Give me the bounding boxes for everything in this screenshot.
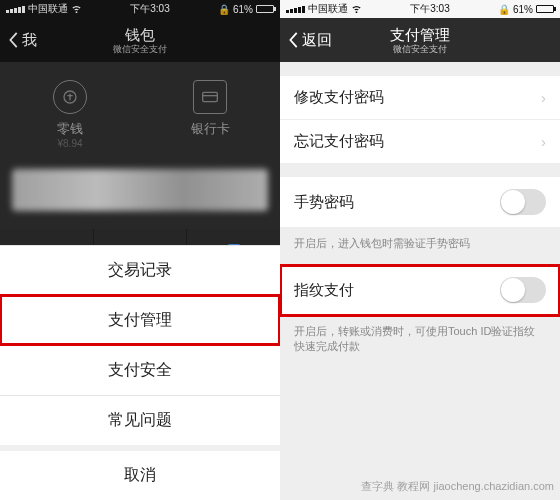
wallet-body: 零钱 ¥8.94 银行卡 bbox=[0, 62, 280, 229]
battery-pct: 61% bbox=[233, 4, 253, 15]
right-pane: 中国联通 下午3:03 🔒 61% 返回 支付管理 微信安全支付 修改支付密码›… bbox=[280, 0, 560, 500]
row-label: 手势密码 bbox=[294, 193, 354, 212]
page-title: 钱包 bbox=[113, 26, 167, 44]
row-wangji[interactable]: 忘记支付密码› bbox=[280, 120, 560, 163]
back-label: 返回 bbox=[302, 31, 332, 50]
balance-label: 零钱 bbox=[0, 120, 140, 138]
bankcard-label: 银行卡 bbox=[140, 120, 280, 138]
svg-rect-1 bbox=[203, 92, 218, 101]
navbar: 返回 支付管理 微信安全支付 bbox=[280, 18, 560, 62]
page-subtitle: 微信安全支付 bbox=[390, 44, 450, 55]
actionsheet-item-jiaoyijilu[interactable]: 交易记录 bbox=[0, 245, 280, 295]
balance-value: ¥8.94 bbox=[0, 138, 140, 149]
status-bar: 中国联通 下午3:03 🔒 61% bbox=[0, 0, 280, 18]
chevron-right-icon: › bbox=[541, 133, 546, 150]
row-fingerprint-pay[interactable]: 指纹支付 bbox=[280, 265, 560, 316]
row-label: 忘记支付密码 bbox=[294, 132, 384, 151]
battery-icon bbox=[536, 5, 554, 13]
row-label: 修改支付密码 bbox=[294, 88, 384, 107]
page-subtitle: 微信安全支付 bbox=[113, 44, 167, 55]
switch-gesture[interactable] bbox=[500, 189, 546, 215]
actionsheet-cancel[interactable]: 取消 bbox=[0, 451, 280, 500]
navbar: 我 钱包 微信安全支付 bbox=[0, 18, 280, 62]
blurred-banner bbox=[12, 169, 268, 211]
carrier-label: 中国联通 bbox=[28, 2, 68, 16]
back-label: 我 bbox=[22, 31, 37, 50]
clock: 下午3:03 bbox=[130, 2, 169, 16]
page-title: 支付管理 bbox=[390, 26, 450, 44]
row-hint: 开启后，转账或消费时，可使用Touch ID验证指纹快速完成付款 bbox=[280, 316, 560, 354]
actionsheet-item-zhifuanquan[interactable]: 支付安全 bbox=[0, 345, 280, 395]
watermark: 查字典 教程网 jiaocheng.chazidian.com bbox=[361, 479, 554, 494]
battery-icon bbox=[256, 5, 274, 13]
carrier-label: 中国联通 bbox=[308, 2, 348, 16]
back-button[interactable]: 我 bbox=[8, 31, 37, 50]
wifi-icon bbox=[351, 3, 362, 16]
signal-icon bbox=[6, 6, 25, 13]
coin-icon bbox=[53, 80, 87, 114]
battery-pct: 61% bbox=[513, 4, 533, 15]
balance-card[interactable]: 零钱 ¥8.94 bbox=[0, 80, 140, 149]
chevron-right-icon: › bbox=[541, 89, 546, 106]
row-gesture-password[interactable]: 手势密码 bbox=[280, 177, 560, 228]
signal-icon bbox=[286, 6, 305, 13]
card-icon bbox=[193, 80, 227, 114]
switch-fingerprint[interactable] bbox=[500, 277, 546, 303]
actionsheet-item-changjianwenti[interactable]: 常见问题 bbox=[0, 395, 280, 445]
row-xiugai[interactable]: 修改支付密码› bbox=[280, 76, 560, 120]
bankcard-card[interactable]: 银行卡 bbox=[140, 80, 280, 149]
row-label: 指纹支付 bbox=[294, 281, 354, 300]
settings-body: 修改支付密码›忘记支付密码› 手势密码 开启后，进入钱包时需验证手势密码 指纹支… bbox=[280, 62, 560, 500]
status-bar: 中国联通 下午3:03 🔒 61% bbox=[280, 0, 560, 18]
back-button[interactable]: 返回 bbox=[288, 31, 332, 50]
left-pane: 中国联通 下午3:03 🔒 61% 我 钱包 微信安全支付 零钱 ¥8.94 bbox=[0, 0, 280, 500]
actionsheet-item-zhifuguanli[interactable]: 支付管理 bbox=[0, 295, 280, 345]
row-hint: 开启后，进入钱包时需验证手势密码 bbox=[280, 228, 560, 251]
clock: 下午3:03 bbox=[410, 2, 449, 16]
wifi-icon bbox=[71, 3, 82, 16]
action-sheet: 交易记录支付管理支付安全常见问题 取消 bbox=[0, 245, 280, 500]
